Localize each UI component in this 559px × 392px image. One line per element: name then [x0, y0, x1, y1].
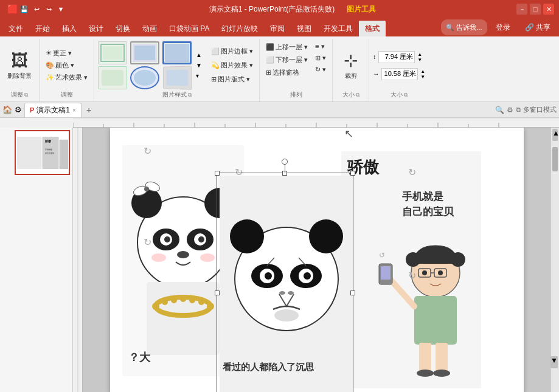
styles-up-button[interactable]: ▲ — [195, 50, 203, 60]
ruler-vertical — [73, 128, 83, 392]
tab-bar-right: 🔍 ⚙ ⧉ 多窗口模式 — [495, 105, 557, 114]
style-thumb-3[interactable] — [162, 41, 192, 64]
style-thumb-5[interactable] — [130, 66, 159, 89]
minimize-button[interactable]: － — [516, 4, 527, 15]
selection-box[interactable] — [217, 173, 353, 392]
window-settings-icon: ⚙ — [507, 106, 513, 114]
height-spinner[interactable]: ▲ ▼ — [417, 52, 422, 63]
handle-top-right[interactable] — [350, 171, 355, 176]
handle-middle-left[interactable] — [215, 291, 220, 295]
svg-point-47 — [200, 253, 215, 262]
svg-point-50 — [152, 303, 159, 310]
group-button[interactable]: ⊞ ▾ — [313, 53, 328, 63]
scrollbar-v-thumb[interactable] — [552, 147, 558, 171]
close-button[interactable]: ✕ — [543, 4, 554, 15]
slide-canvas[interactable]: ？大 — [110, 128, 524, 392]
crop-content: ⊹ 裁剪 — [337, 41, 364, 89]
tab-design[interactable]: 设计 — [83, 21, 109, 36]
svg-rect-89 — [436, 343, 448, 373]
size-label: 大小 ⧉ — [373, 91, 425, 99]
remove-background-button[interactable]: 🖼 删除背景 — [4, 47, 35, 84]
tell-me-button[interactable]: 🔍 告诉我... — [441, 19, 487, 35]
undo-button[interactable]: ↩ — [31, 4, 42, 15]
style-thumb-4[interactable] — [98, 66, 127, 89]
more-button[interactable]: ▼ — [55, 4, 66, 15]
width-icon: ↔ — [373, 70, 379, 77]
styles-down-button[interactable]: ▼ — [195, 61, 203, 70]
tab-insert[interactable]: 插入 — [56, 21, 83, 36]
doc-tab-settings-icon: ⚙ — [15, 105, 22, 114]
rotate-button[interactable]: ↻ ▾ — [313, 64, 328, 75]
arrange-label: 排列 — [263, 91, 328, 99]
artistic-effects-button[interactable]: ✨ 艺术效果 ▾ — [43, 72, 90, 83]
ribbon-group-adjust: ☀ 更正 ▾ 🎨 颜色 ▾ ✨ 艺术效果 ▾ 调整 — [40, 39, 94, 101]
height-input[interactable] — [378, 51, 415, 63]
style-grid — [98, 41, 193, 89]
multi-window-label[interactable]: 多窗口模式 — [523, 105, 557, 114]
svg-point-77 — [406, 252, 420, 267]
save-button[interactable]: 💾 — [19, 4, 30, 15]
slide-thumbnail-1[interactable]: 骄傲 手机就是 自己的宝贝 — [15, 130, 70, 175]
svg-text:自己的宝贝: 自己的宝贝 — [402, 205, 454, 218]
styles-nav: ▲ ▼ ▾ — [195, 50, 203, 80]
height-row: ↕ ▲ ▼ — [373, 51, 425, 63]
login-button[interactable]: 登录 — [490, 19, 516, 35]
restore-window-icon[interactable]: ⧉ — [516, 106, 521, 114]
tab-animations[interactable]: 动画 — [136, 21, 163, 36]
handle-top-left[interactable] — [215, 171, 220, 176]
picture-layout-button[interactable]: ⊞ 图片版式 ▾ — [209, 74, 255, 85]
style-thumb-2[interactable] — [130, 41, 159, 64]
corrections-button[interactable]: ☀ 更正 ▾ — [43, 47, 90, 59]
remove-bg-label: 删除背景 — [7, 72, 32, 80]
styles-more-button[interactable]: ▾ — [195, 71, 203, 80]
doc-tab-close[interactable]: × — [72, 107, 76, 114]
tab-format[interactable]: 格式 — [359, 21, 386, 36]
scrollbar-v-up[interactable]: ▲ — [552, 129, 558, 141]
svg-rect-7 — [167, 70, 189, 86]
size-expand-icon[interactable]: ⧉ — [356, 92, 359, 98]
svg-rect-25 — [17, 136, 42, 168]
width-spinner[interactable]: ▲ ▼ — [420, 69, 425, 80]
vertical-scrollbar[interactable]: ▲ ▼ — [550, 128, 559, 392]
svg-text:手机就是: 手机就是 — [402, 191, 443, 202]
doc-tab-1[interactable]: P 演示文稿1 × — [24, 103, 82, 117]
share-button[interactable]: 🔗 共享 — [519, 19, 557, 35]
image-styles-expand-icon[interactable]: ⧉ — [188, 92, 192, 98]
tab-home[interactable]: 开始 — [29, 21, 56, 36]
tab-view[interactable]: 视图 — [291, 21, 318, 36]
scrollbar-v-down[interactable]: ▼ — [550, 356, 558, 368]
size-expand-icon2[interactable]: ⧉ — [404, 92, 408, 98]
style-thumb-1[interactable] — [98, 41, 127, 64]
maximize-button[interactable]: □ — [530, 4, 541, 15]
svg-point-43 — [164, 236, 170, 242]
adjust-expand-icon[interactable]: ⧉ — [24, 92, 28, 98]
adjust-group-label2: 调整 — [43, 91, 90, 99]
color-button[interactable]: 🎨 颜色 ▾ — [43, 60, 90, 71]
style-thumb-6[interactable] — [163, 66, 192, 89]
handle-middle-right[interactable] — [350, 291, 355, 295]
tab-file[interactable]: 文件 — [2, 21, 29, 36]
tab-transitions[interactable]: 切换 — [109, 21, 136, 36]
send-backward-button[interactable]: ⬜ 下移一层 ▾ — [263, 54, 310, 66]
height-down[interactable]: ▼ — [417, 57, 422, 63]
bring-forward-button[interactable]: ⬛ 上移一层 ▾ — [263, 41, 310, 53]
rotate-handle[interactable] — [282, 159, 288, 165]
add-tab-button[interactable]: + — [83, 104, 95, 116]
selection-pane-button[interactable]: ⊞ 选择窗格 — [263, 67, 310, 78]
slide-panel-inner: 1 骄傲 手机就是 自己的宝贝 — [2, 130, 70, 175]
width-up[interactable]: ▲ — [420, 69, 425, 74]
width-down[interactable]: ▼ — [420, 74, 425, 80]
image-format-buttons: ⬜ 图片边框 ▾ 💫 图片效果 ▾ ⊞ 图片版式 ▾ — [205, 46, 255, 85]
svg-text:↺: ↺ — [379, 251, 385, 260]
align-button[interactable]: ≡ ▾ — [313, 41, 328, 52]
tab-review[interactable]: 审阅 — [264, 21, 291, 36]
tab-pa[interactable]: 口袋动画 PA — [163, 21, 215, 36]
width-input[interactable] — [381, 68, 418, 80]
redo-button[interactable]: ↪ — [43, 4, 54, 15]
height-up[interactable]: ▲ — [417, 52, 422, 57]
picture-effects-button[interactable]: 💫 图片效果 ▾ — [209, 60, 255, 71]
crop-button[interactable]: ⊹ 裁剪 — [337, 47, 364, 84]
tab-slideshow[interactable]: 幻灯片放映 — [215, 21, 264, 36]
picture-border-button[interactable]: ⬜ 图片边框 ▾ — [209, 46, 255, 57]
tab-developer[interactable]: 开发工具 — [318, 21, 359, 36]
